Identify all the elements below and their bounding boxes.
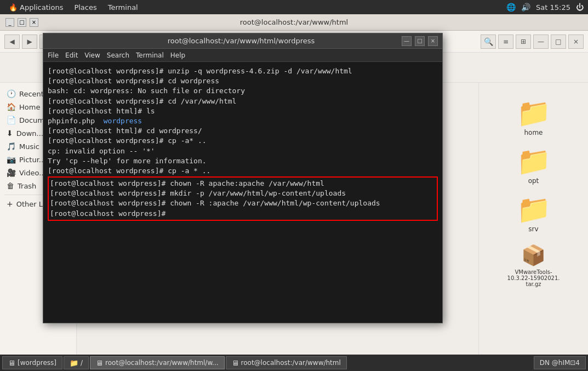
topbar-right: 🌐 🔊 Sat 15:25 ⏻ xyxy=(506,3,584,12)
topbar-terminal[interactable]: Terminal xyxy=(104,2,142,13)
power-icon[interactable]: ⏻ xyxy=(576,3,584,12)
fm-minimize-main-btn[interactable]: — xyxy=(533,35,549,49)
topbar: 🔥 Applications Places Terminal 🌐 🔊 Sat 1… xyxy=(0,0,588,14)
terminal-menu-terminal[interactable]: Terminal xyxy=(136,52,164,59)
terminal-close-btn[interactable]: × xyxy=(428,36,438,46)
fm-view-list-btn[interactable]: ≡ xyxy=(498,35,513,49)
home-folder-icon: 📁 xyxy=(517,99,551,127)
terminal-menu-file[interactable]: File xyxy=(48,52,59,59)
term-line-11: [root@localhost wordpress]# chown -R apa… xyxy=(50,179,436,189)
terminal-menu-search[interactable]: Search xyxy=(107,52,129,59)
taskbar-label-term1: root@localhost:/var/www/html/w... xyxy=(105,359,218,367)
terminal-titlebar: root@localhost:/var/www/html/wordpress —… xyxy=(43,33,442,49)
fm-forward-btn[interactable]: ▶ xyxy=(22,35,37,49)
videos-icon: 🎥 xyxy=(7,168,16,177)
taskbar-icon-term1: 🖥 xyxy=(96,359,103,367)
taskbar-label-files: / xyxy=(81,359,83,367)
fm-back-btn[interactable]: ◀ xyxy=(4,35,20,49)
fm-view-grid-btn[interactable]: ⊞ xyxy=(516,35,531,49)
network-icon[interactable]: 🌐 xyxy=(506,3,516,12)
fm-titlebar: _ □ × root@localhost:/var/www/html xyxy=(0,14,588,31)
terminal-title: root@localhost:/var/www/html/wordpress xyxy=(81,37,402,45)
terminal-controls: — □ × xyxy=(402,36,438,46)
topbar-apps[interactable]: 🔥 Applications xyxy=(4,2,67,13)
sidebar-downloads-label: Down... xyxy=(16,129,43,138)
documents-icon: 📄 xyxy=(7,116,16,124)
sidebar-videos-label: Video... xyxy=(19,169,46,177)
fm-close-main-btn[interactable]: × xyxy=(568,35,584,49)
taskbar-label-term2: root@localhost:/var/www/html xyxy=(241,359,341,367)
fm-right-panel: 📁 home 📁 opt 📁 srv 📦 VMwareTools-10.3.22… xyxy=(478,83,588,371)
taskbar-item-wordpress[interactable]: 🖥 [wordpress] xyxy=(2,356,62,369)
terminal-menu-view[interactable]: View xyxy=(84,52,100,59)
sidebar-recent-label: Recent xyxy=(19,90,44,98)
sidebar-home-label: Home xyxy=(19,103,40,111)
taskbar-icon-files: 📁 xyxy=(70,359,78,367)
taskbar-icon-term2: 🖥 xyxy=(232,359,239,367)
terminal-menu-help[interactable]: Help xyxy=(170,52,185,59)
datetime: Sat 15:25 xyxy=(536,3,570,12)
fm-close-btn[interactable]: × xyxy=(30,18,38,27)
home-folder-label: home xyxy=(524,129,543,136)
fm-controls: _ □ × xyxy=(5,18,38,27)
term-highlight-wordpress: wordpress xyxy=(104,117,142,125)
sidebar-trash-label: Trash xyxy=(18,182,36,190)
term-line-6: [root@localhost html]# cd wordpress/ xyxy=(48,126,438,136)
term-line-3: [root@localhost wordpress]# cd /var/www/… xyxy=(48,96,438,106)
terminal-minimize-btn[interactable]: — xyxy=(402,36,412,46)
fm-minimize-btn[interactable]: _ xyxy=(5,18,14,27)
recent-icon: 🕐 xyxy=(7,89,16,98)
term-line-14: [root@localhost wordpress]# xyxy=(50,209,436,219)
terminal-red-box: [root@localhost wordpress]# chown -R apa… xyxy=(48,176,438,221)
srv-folder-label: srv xyxy=(528,225,538,233)
taskbar-item-term2[interactable]: 🖥 root@localhost:/var/www/html xyxy=(226,356,347,369)
terminal-content[interactable]: [root@localhost wordpress]# unzip -q wor… xyxy=(43,62,442,323)
music-icon: 🎵 xyxy=(7,142,16,151)
term-line-8: cp: invalid option -- '*' xyxy=(48,146,438,156)
other-icon: + xyxy=(7,199,13,208)
topbar-places[interactable]: Places xyxy=(70,2,101,13)
terminal-menu-edit[interactable]: Edit xyxy=(65,52,78,59)
term-line-9: Try 'cp --help' for more information. xyxy=(48,156,438,166)
sidebar-pictures-label: Pictur... xyxy=(19,156,45,164)
terminal-menubar: File Edit View Search Terminal Help xyxy=(43,49,442,62)
term-line-0: [root@localhost wordpress]# unzip -q wor… xyxy=(48,66,438,76)
fm-title: root@localhost:/var/www/html xyxy=(38,18,550,26)
term-line-10: [root@localhost wordpress]# cp -a * .. xyxy=(48,166,438,176)
taskbar-item-files[interactable]: 📁 / xyxy=(64,356,89,369)
fm-maximize-main-btn[interactable]: □ xyxy=(551,35,566,49)
opt-folder-label: opt xyxy=(528,177,539,185)
taskbar-notif-label: DN @hIM⊡4 xyxy=(540,359,580,367)
topbar-left: 🔥 Applications Places Terminal xyxy=(4,2,142,13)
folder-opt[interactable]: 📁 opt xyxy=(517,147,551,185)
folder-srv[interactable]: 📁 srv xyxy=(517,196,551,233)
term-line-13: [root@localhost wordpress]# chown -R :ap… xyxy=(50,198,436,208)
terminal-maximize-btn[interactable]: □ xyxy=(415,36,425,46)
trash-icon: 🗑 xyxy=(7,181,14,190)
taskbar-label-wordpress: [wordpress] xyxy=(18,359,56,367)
srv-folder-icon: 📁 xyxy=(517,196,551,223)
taskbar-item-notif[interactable]: DN @hIM⊡4 xyxy=(534,356,586,369)
volume-icon[interactable]: 🔊 xyxy=(521,3,530,12)
taskbar-icon-wordpress: 🖥 xyxy=(8,359,15,367)
vmwaretools-label: VMwareTools-10.3.22-15902021.tar.gz xyxy=(507,269,560,287)
term-line-2: bash: cd: wordpress: No such file or dir… xyxy=(48,86,438,96)
opt-folder-icon: 📁 xyxy=(517,147,551,175)
tar-file-icon: 📦 xyxy=(521,244,546,267)
folder-vmwaretools[interactable]: 📦 VMwareTools-10.3.22-15902021.tar.gz xyxy=(507,244,560,287)
term-line-5: phpinfo.php wordpress xyxy=(48,116,438,126)
terminal-window: root@localhost:/var/www/html/wordpress —… xyxy=(43,33,443,323)
fm-maximize-btn[interactable]: □ xyxy=(18,18,26,27)
fm-search-btn[interactable]: 🔍 xyxy=(481,35,496,49)
taskbar: 🖥 [wordpress] 📁 / 🖥 root@localhost:/var/… xyxy=(0,355,588,371)
term-line-12: [root@localhost wordpress]# mkdir -p /va… xyxy=(50,189,436,198)
folder-home[interactable]: 📁 home xyxy=(517,99,551,136)
sidebar-music-label: Music xyxy=(19,142,39,151)
term-line-4: [root@localhost html]# ls xyxy=(48,106,438,116)
home-icon: 🏠 xyxy=(7,102,16,111)
term-line-1: [root@localhost wordpress]# cd wordpress xyxy=(48,76,438,86)
taskbar-item-term1[interactable]: 🖥 root@localhost:/var/www/html/w... xyxy=(90,356,224,369)
term-line-7: [root@localhost wordpress]# cp -a* .. xyxy=(48,136,438,146)
pictures-icon: 📷 xyxy=(7,155,16,164)
downloads-icon: ⬇ xyxy=(7,129,13,138)
